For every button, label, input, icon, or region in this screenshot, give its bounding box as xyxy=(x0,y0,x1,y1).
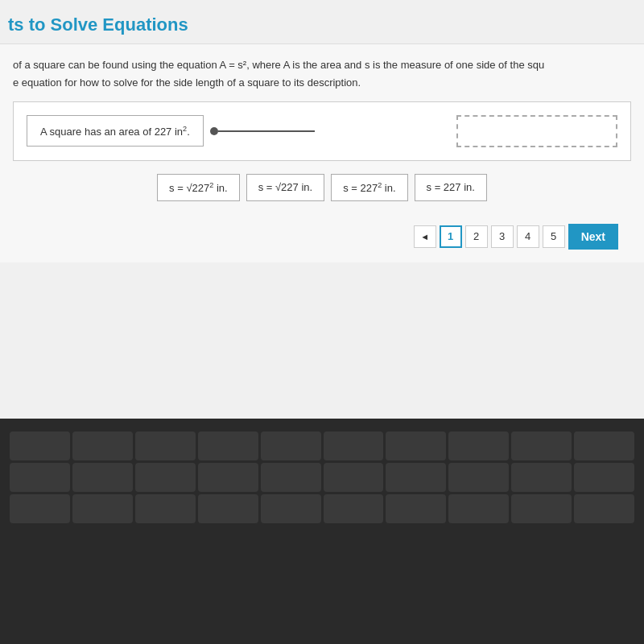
key[interactable] xyxy=(324,494,384,523)
matching-area: A square has an area of 227 in2. xyxy=(13,101,631,161)
key[interactable] xyxy=(511,431,572,460)
instruction-text-1: of a square can be found using the equat… xyxy=(13,57,631,73)
key[interactable] xyxy=(261,494,321,523)
key[interactable] xyxy=(448,463,509,492)
option-4[interactable]: s = 227 in. xyxy=(415,174,487,201)
key[interactable] xyxy=(198,494,258,523)
key[interactable] xyxy=(448,494,509,523)
option-1[interactable]: s = √2272 in. xyxy=(157,174,240,201)
key[interactable] xyxy=(135,463,196,492)
keyboard-area xyxy=(0,419,644,644)
page-button-4[interactable]: 4 xyxy=(517,225,539,248)
key[interactable] xyxy=(574,463,634,492)
key[interactable] xyxy=(261,463,321,492)
key[interactable] xyxy=(386,494,446,523)
match-dot xyxy=(210,127,218,135)
key[interactable] xyxy=(10,463,70,492)
key[interactable] xyxy=(198,431,258,460)
key[interactable] xyxy=(135,494,196,523)
line-connector xyxy=(218,130,315,132)
key[interactable] xyxy=(511,494,572,523)
match-description-text: A square has an area of 227 in2. xyxy=(40,126,190,138)
page-button-5[interactable]: 5 xyxy=(543,225,565,248)
key[interactable] xyxy=(386,431,446,460)
key[interactable] xyxy=(324,431,384,460)
option-2[interactable]: s = √227 in. xyxy=(246,174,324,201)
page-button-3[interactable]: 3 xyxy=(491,225,514,248)
browser-content: ts to Solve Equations of a square can be… xyxy=(0,0,644,419)
page-button-2[interactable]: 2 xyxy=(465,225,488,248)
key[interactable] xyxy=(448,431,509,460)
page-button-1[interactable]: 1 xyxy=(440,225,462,248)
screen: ts to Solve Equations of a square can be… xyxy=(0,0,644,644)
key[interactable] xyxy=(72,431,133,460)
answer-options: s = √2272 in. s = √227 in. s = 2272 in. … xyxy=(13,174,631,201)
match-line xyxy=(204,127,450,135)
key[interactable] xyxy=(72,494,133,523)
instruction-text-2: e equation for how to solve for the side… xyxy=(13,76,631,89)
key[interactable] xyxy=(135,431,196,460)
key[interactable] xyxy=(324,463,384,492)
match-row: A square has an area of 227 in2. xyxy=(27,115,617,147)
match-description: A square has an area of 227 in2. xyxy=(27,115,204,146)
key[interactable] xyxy=(198,463,258,492)
next-button[interactable]: Next xyxy=(568,224,618,250)
prev-button[interactable]: ◄ xyxy=(414,225,436,248)
key[interactable] xyxy=(574,431,634,460)
key[interactable] xyxy=(261,431,321,460)
content-area: of a square can be found using the equat… xyxy=(0,44,644,262)
pagination-area: ◄ 1 2 3 4 5 Next xyxy=(13,217,631,262)
key[interactable] xyxy=(72,463,133,492)
page-header: ts to Solve Equations xyxy=(0,0,644,44)
key[interactable] xyxy=(386,463,446,492)
page-title: ts to Solve Equations xyxy=(8,14,188,35)
key[interactable] xyxy=(10,431,70,460)
match-target-box[interactable] xyxy=(456,115,617,147)
key[interactable] xyxy=(574,494,634,523)
key[interactable] xyxy=(10,494,70,523)
option-3[interactable]: s = 2272 in. xyxy=(331,174,407,201)
key[interactable] xyxy=(511,463,572,492)
